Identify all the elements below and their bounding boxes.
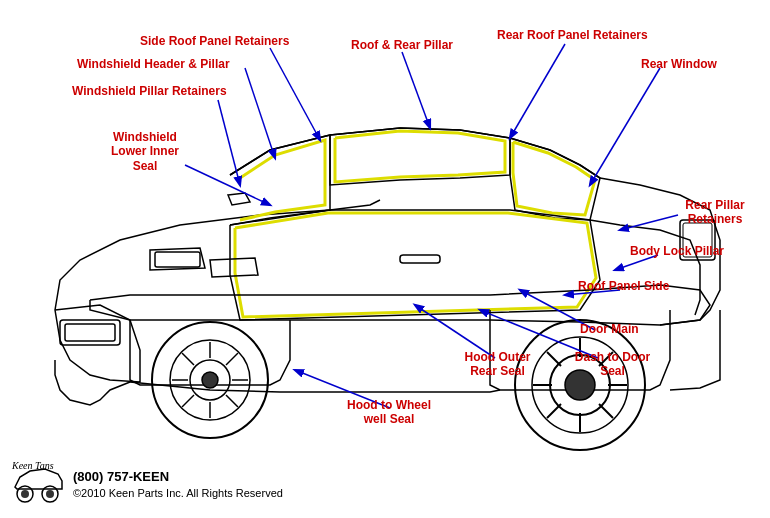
svg-line-12 [226,395,238,407]
label-hood-outer-rear-seal: Hood Outer Rear Seal [455,350,540,379]
svg-point-47 [46,490,54,498]
svg-rect-29 [400,255,440,263]
label-rear-roof-panel-retainers: Rear Roof Panel Retainers [497,28,648,42]
footer-phone: (800) 757-KEEN [73,468,283,486]
svg-line-34 [402,52,430,128]
label-hood-to-wheelwell-seal: Hood to Wheel well Seal [344,398,434,427]
svg-rect-1 [65,324,115,341]
svg-line-23 [547,352,561,366]
svg-line-33 [185,165,270,205]
svg-line-30 [270,48,320,140]
footer-text-block: (800) 757-KEEN ©2010 Keen Parts Inc. All… [73,468,283,502]
footer-logo: Keen Tans [10,459,65,510]
diagram-container: Side Roof Panel Retainers Windshield Hea… [0,0,770,518]
svg-line-24 [599,404,613,418]
label-rear-window: Rear Window [641,57,717,71]
svg-line-35 [510,44,565,138]
footer-copyright: ©2010 Keen Parts Inc. All Rights Reserve… [73,486,283,501]
svg-line-11 [182,353,194,365]
label-roof-rear-pillar: Roof & Rear Pillar [351,38,453,52]
label-side-roof-panel-retainers: Side Roof Panel Retainers [140,34,289,48]
label-windshield-lower-inner-seal: Windshield Lower Inner Seal [100,130,190,173]
svg-line-32 [218,100,240,185]
svg-line-13 [226,353,238,365]
label-windshield-header-pillar: Windshield Header & Pillar [77,57,230,71]
label-door-main: Door Main [580,322,639,336]
svg-text:Keen Tans: Keen Tans [11,460,54,471]
label-dash-to-door-seal: Dash to Door Seal [570,350,655,379]
svg-point-6 [202,372,218,388]
label-rear-pillar-retainers: Rear Pillar Retainers [670,198,760,227]
footer: Keen Tans (800) 757-KEEN ©2010 Keen Part… [10,459,283,510]
svg-line-14 [182,395,194,407]
svg-line-36 [590,68,660,185]
svg-point-45 [21,490,29,498]
label-windshield-pillar-retainers: Windshield Pillar Retainers [72,84,227,98]
label-roof-panel-side: Roof Panel Side [578,279,669,293]
svg-line-26 [547,404,561,418]
label-body-lock-pillar: Body Lock Pillar [630,244,724,258]
svg-line-31 [245,68,275,158]
svg-rect-2 [155,252,200,267]
